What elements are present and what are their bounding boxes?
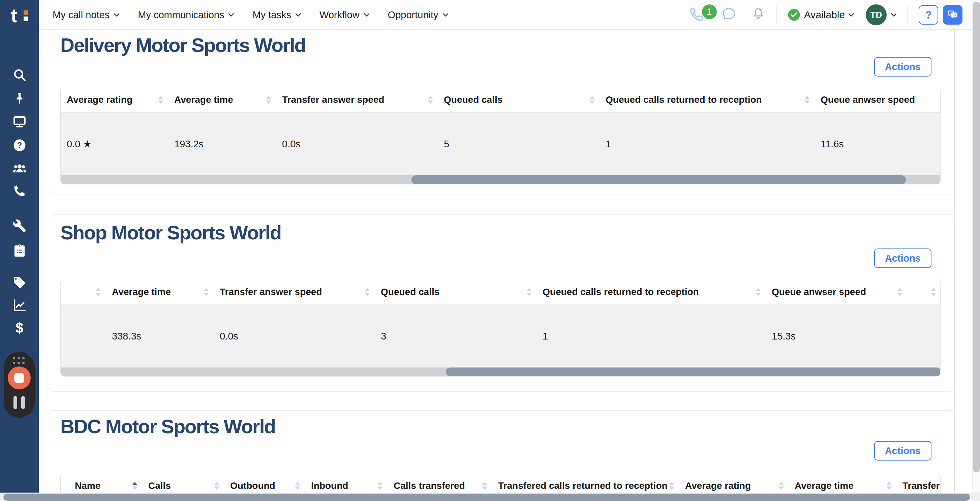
- status-label: Available: [804, 9, 845, 21]
- sidebar-item-desktop[interactable]: [12, 114, 27, 129]
- chevron-down-icon: [442, 13, 449, 17]
- nav-my-communications[interactable]: My communications: [138, 10, 234, 21]
- section-title: Shop Motor Sports World: [60, 222, 955, 244]
- sort-icon[interactable]: [214, 482, 221, 490]
- sort-icon[interactable]: [204, 288, 211, 296]
- sidebar-item-search[interactable]: [12, 67, 27, 82]
- column-header-queued-calls[interactable]: Queued calls: [438, 87, 600, 112]
- nav-workflow[interactable]: Workflow: [320, 10, 370, 21]
- calls-button[interactable]: 1: [689, 6, 705, 23]
- sidebar-divider: [10, 204, 29, 204]
- column-header-queued-calls-returned[interactable]: Queued calls returned to reception: [536, 279, 766, 305]
- chevron-down-icon: [295, 13, 301, 17]
- logo-orange-square: [24, 10, 28, 15]
- scrollbar-thumb[interactable]: [446, 367, 940, 376]
- sort-icon[interactable]: [931, 288, 938, 296]
- chevron-down-icon: [364, 13, 370, 17]
- sidebar-item-pinned[interactable]: [12, 91, 27, 106]
- stop-recording-button[interactable]: [8, 367, 31, 389]
- actions-button[interactable]: Actions: [874, 57, 931, 77]
- table-header-row: Average rating Average time Transfer ans…: [60, 87, 940, 113]
- line-chart-icon: [13, 298, 27, 313]
- column-header-average-rating[interactable]: Average rating: [60, 87, 168, 112]
- cell-average-time: 193.2s: [168, 139, 276, 150]
- sidebar-item-tasks[interactable]: [12, 243, 27, 258]
- scrollbar-thumb[interactable]: [3, 494, 970, 501]
- cell-average-rating: 0.0 ★: [60, 138, 168, 150]
- column-header-average-time[interactable]: Average time: [168, 87, 276, 112]
- pause-recording-button[interactable]: [13, 396, 26, 410]
- sidebar-item-calls[interactable]: [12, 183, 27, 198]
- feedback-button[interactable]: [943, 5, 963, 25]
- sidebar-item-billing[interactable]: $: [12, 321, 27, 335]
- nav-my-call-notes[interactable]: My call notes: [52, 10, 119, 21]
- top-nav: My call notes My communications My tasks…: [52, 0, 449, 30]
- sort-icon-ascending[interactable]: [132, 482, 140, 490]
- monitor-icon: [13, 115, 27, 129]
- sort-icon[interactable]: [897, 288, 905, 296]
- table-horizontal-scrollbar[interactable]: [60, 176, 940, 184]
- column-header-queue-answer-speed[interactable]: Queue anwser speed: [815, 87, 940, 112]
- page-vertical-scrollbar[interactable]: [972, 0, 980, 493]
- column-header-transfer-answer-speed[interactable]: Transfer answer speed: [276, 87, 438, 112]
- cell-queued-calls: 5: [438, 139, 600, 150]
- sort-icon[interactable]: [669, 482, 676, 490]
- sidebar-item-teams[interactable]: [12, 161, 27, 176]
- actions-button[interactable]: Actions: [874, 441, 931, 461]
- avatar: TD: [866, 5, 887, 25]
- column-header-average-time[interactable]: Average time: [106, 279, 214, 305]
- call-count-badge: 1: [702, 5, 717, 19]
- messages-button[interactable]: [722, 7, 737, 23]
- column-header-queued-calls[interactable]: Queued calls: [375, 279, 536, 305]
- top-bar: t My call notes My communications My tas…: [0, 0, 980, 30]
- chevron-down-icon: [114, 13, 119, 17]
- column-header-queued-calls-returned[interactable]: Queued calls returned to reception: [600, 87, 815, 112]
- nav-opportunity[interactable]: Opportunity: [388, 10, 449, 21]
- app-window: t My call notes My communications My tas…: [0, 0, 980, 501]
- scrollbar-thumb[interactable]: [412, 176, 906, 184]
- sort-icon[interactable]: [428, 96, 435, 104]
- nav-my-tasks[interactable]: My tasks: [252, 10, 301, 21]
- notifications-button[interactable]: [751, 7, 765, 22]
- sort-icon[interactable]: [886, 482, 894, 490]
- sort-icon[interactable]: [778, 482, 786, 490]
- column-header-scrolled-stub[interactable]: [60, 279, 106, 305]
- availability-status-dropdown[interactable]: Available: [787, 8, 854, 22]
- sort-icon[interactable]: [266, 96, 273, 104]
- table-horizontal-scrollbar[interactable]: [60, 367, 940, 376]
- column-header-queue-answer-speed[interactable]: Queue anwser speed: [766, 279, 907, 305]
- sort-icon[interactable]: [589, 96, 597, 104]
- drag-handle-icon[interactable]: [13, 357, 25, 364]
- stats-table: Average rating Average time Transfer ans…: [60, 87, 940, 184]
- table-row: 338.3s 0.0s 3 1 15.3s: [60, 305, 940, 367]
- column-header-transfer-answer-speed[interactable]: Transfer answer speed: [214, 279, 375, 305]
- user-menu[interactable]: TD: [866, 5, 897, 25]
- top-bar-right: 1 Available: [689, 0, 963, 30]
- sort-icon[interactable]: [804, 96, 812, 104]
- column-header-next-stub[interactable]: [907, 279, 940, 305]
- cell-queue-answer-speed: 15.3s: [766, 331, 907, 342]
- help-button[interactable]: ?: [919, 5, 938, 25]
- cell-average-time: 338.3s: [106, 331, 214, 342]
- sort-icon[interactable]: [96, 288, 103, 296]
- sort-icon[interactable]: [377, 482, 385, 490]
- sort-icon[interactable]: [364, 288, 372, 296]
- sidebar-item-tags[interactable]: [12, 275, 27, 290]
- pause-icon: [13, 396, 17, 409]
- search-icon: [13, 68, 27, 82]
- people-group-icon: [12, 161, 27, 177]
- actions-button[interactable]: Actions: [874, 249, 931, 268]
- help-circle-icon: ?: [13, 138, 27, 152]
- sort-icon[interactable]: [756, 288, 763, 296]
- sidebar-item-analytics[interactable]: [12, 298, 27, 313]
- scrollbar-thumb[interactable]: [973, 2, 980, 472]
- sidebar-item-tools[interactable]: [12, 219, 27, 233]
- sort-icon[interactable]: [158, 96, 165, 104]
- sort-icon[interactable]: [295, 482, 302, 490]
- logo-letter: t: [11, 4, 17, 27]
- sort-icon[interactable]: [527, 288, 534, 296]
- sidebar-item-help[interactable]: ?: [12, 138, 27, 153]
- app-logo[interactable]: t: [0, 0, 39, 30]
- sort-icon[interactable]: [482, 482, 489, 490]
- page-horizontal-scrollbar[interactable]: [0, 493, 980, 501]
